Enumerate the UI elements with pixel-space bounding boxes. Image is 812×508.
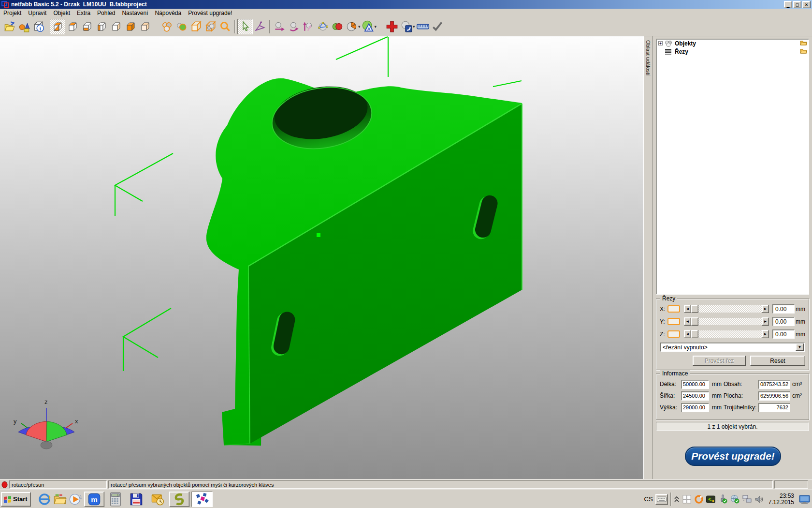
zoom-to-box-button[interactable]: [189, 19, 203, 34]
add-part-button[interactable]: [17, 19, 31, 34]
axis-x-value[interactable]: 0.00: [772, 304, 795, 314]
menu-nastaveni[interactable]: Nastavení: [118, 9, 151, 17]
model-part[interactable]: [206, 78, 522, 446]
edit-mesh-button[interactable]: [316, 19, 330, 34]
slider-right-arrow[interactable]: ►: [762, 317, 769, 326]
part-info-button[interactable]: i: [31, 19, 46, 34]
chevron-down-icon[interactable]: ▼: [796, 344, 804, 351]
hide-icons-chevron[interactable]: [674, 494, 680, 504]
folder-open-icon[interactable]: [800, 48, 807, 56]
menu-upravit[interactable]: Upravit: [25, 9, 50, 17]
cut-mode-select[interactable]: <řezání vypnuto> ▼: [660, 343, 805, 352]
add-triangles-button[interactable]: [385, 19, 399, 34]
media-player-icon[interactable]: [68, 492, 83, 507]
tree-item-rezy[interactable]: Řezy: [656, 47, 809, 56]
menu-extra[interactable]: Extra: [73, 9, 94, 17]
nvidia-tray-icon[interactable]: !: [706, 494, 716, 504]
part-repair-dropdown-caret[interactable]: ▾: [413, 24, 415, 29]
select-parts-button[interactable]: [160, 19, 174, 34]
rotate-view-button[interactable]: [253, 19, 267, 34]
height-value[interactable]: 29000.00: [681, 403, 709, 412]
internet-explorer-icon[interactable]: [37, 492, 52, 507]
slider-track[interactable]: [698, 305, 762, 313]
zoom-button[interactable]: [218, 19, 232, 34]
start-button[interactable]: Start: [1, 492, 31, 507]
slider-track[interactable]: [698, 330, 762, 338]
open-project-button[interactable]: [2, 19, 17, 34]
view-front-button[interactable]: [123, 19, 138, 34]
file-explorer-icon[interactable]: [52, 492, 68, 507]
event-area-strip[interactable]: Oblast událostí: [643, 36, 653, 479]
slider-track[interactable]: [698, 318, 762, 325]
save-task-button[interactable]: [127, 492, 146, 507]
menu-pohled[interactable]: Pohled: [94, 9, 118, 17]
close-button[interactable]: ×: [802, 1, 811, 8]
validate-button[interactable]: [430, 19, 445, 34]
cursor-button[interactable]: [237, 19, 253, 34]
axis-x-toggle[interactable]: [667, 305, 680, 313]
execute-cut-button[interactable]: Provést řez: [693, 356, 746, 366]
tray-clock[interactable]: 23:53 7.12.2015: [767, 493, 796, 506]
view-right-button[interactable]: [109, 19, 123, 34]
speedfan-task-button[interactable]: [169, 492, 189, 507]
slider-right-arrow[interactable]: ►: [762, 330, 769, 338]
view-back-button[interactable]: [138, 19, 152, 34]
menu-provest-upgrade[interactable]: Provést upgrade!: [185, 9, 235, 17]
zoom-to-parts-button[interactable]: [203, 19, 218, 34]
keyboard-icon[interactable]: [655, 494, 668, 505]
view-bottom-button[interactable]: [80, 19, 94, 34]
viewport-3d[interactable]: z y x: [0, 36, 643, 479]
updater-tray-icon[interactable]: [694, 494, 704, 504]
cut-part-dropdown-caret[interactable]: ▾: [358, 24, 361, 29]
menu-napoveda[interactable]: Nápověda: [151, 9, 185, 17]
windows-tray-icon[interactable]: [682, 494, 692, 504]
network-tray-icon[interactable]: [742, 494, 752, 504]
axis-z-value[interactable]: 0.00: [772, 329, 795, 339]
move-part-button[interactable]: [272, 19, 287, 34]
view-left-button[interactable]: [94, 19, 109, 34]
upgrade-button[interactable]: Provést upgrade!: [685, 447, 781, 466]
usb-tray-icon[interactable]: [718, 494, 728, 504]
axis-z-slider[interactable]: ◄ ►: [684, 330, 769, 338]
boolean-operation-button[interactable]: [330, 19, 345, 34]
reset-button[interactable]: Reset: [750, 356, 805, 366]
slider-left-arrow[interactable]: ◄: [684, 305, 691, 313]
menu-projekt[interactable]: Projekt: [0, 9, 25, 17]
minimize-button[interactable]: _: [784, 1, 792, 8]
calculator-task-button[interactable]: 0: [106, 492, 125, 507]
sync-tray-icon[interactable]: [730, 494, 740, 504]
length-value[interactable]: 50000.00: [681, 380, 709, 389]
rotate-part-button[interactable]: [287, 19, 301, 34]
cut-part-button[interactable]: [345, 19, 359, 34]
width-value[interactable]: 24500.00: [681, 391, 709, 401]
tree-item-objekty[interactable]: + Objekty: [656, 39, 809, 47]
automatic-repair-dropdown-caret[interactable]: ▾: [375, 24, 377, 29]
automatic-repair-button[interactable]: A: [361, 19, 376, 34]
slider-thumb[interactable]: [691, 330, 698, 338]
slider-thumb[interactable]: [691, 305, 698, 313]
part-repair-button[interactable]: [399, 19, 414, 34]
menu-objekt[interactable]: Objekt: [50, 9, 73, 17]
expand-icon[interactable]: +: [658, 41, 663, 45]
axis-z-toggle[interactable]: [667, 330, 680, 338]
outlook-task-button[interactable]: [148, 492, 167, 507]
view-top-button[interactable]: [65, 19, 80, 34]
folder-open-icon[interactable]: [800, 40, 807, 47]
slider-left-arrow[interactable]: ◄: [684, 330, 691, 338]
language-indicator[interactable]: CS: [644, 495, 653, 503]
slider-left-arrow[interactable]: ◄: [684, 317, 691, 326]
axis-y-toggle[interactable]: [667, 318, 680, 325]
measure-button[interactable]: [416, 19, 430, 34]
netfabb-task-button[interactable]: [191, 492, 213, 507]
axis-x-slider[interactable]: ◄ ►: [684, 305, 769, 313]
highlight-part-button[interactable]: [174, 19, 189, 34]
axis-y-value[interactable]: 0.00: [772, 317, 795, 326]
axis-y-slider[interactable]: ◄ ►: [684, 317, 769, 326]
object-tree[interactable]: + Objekty Řezy: [656, 39, 809, 295]
maxthon-task-button[interactable]: m: [84, 492, 104, 507]
view-perspective-button[interactable]: [50, 19, 65, 34]
volume-tray-icon[interactable]: [754, 494, 764, 504]
show-desktop-icon[interactable]: [798, 494, 811, 504]
slider-thumb[interactable]: [691, 317, 698, 326]
scale-part-button[interactable]: [301, 19, 316, 34]
